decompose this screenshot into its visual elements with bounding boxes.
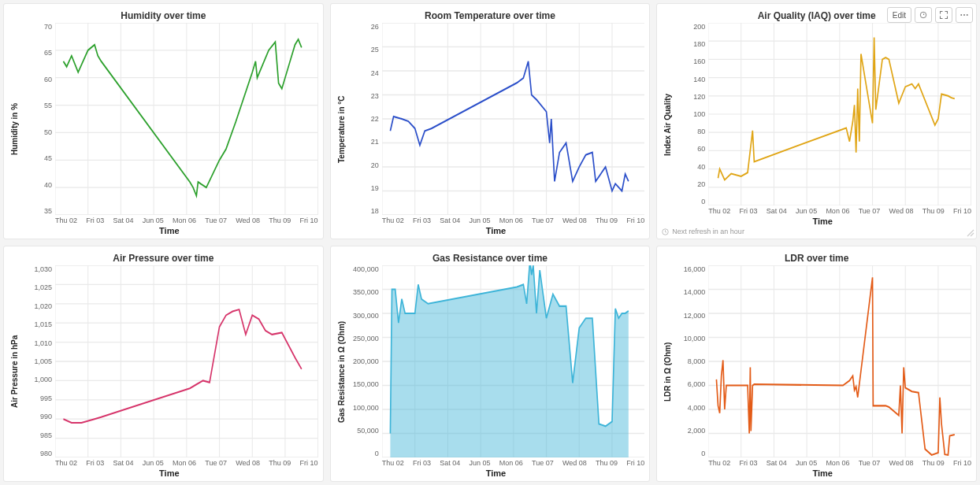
x-axis-label: Time [347, 468, 645, 478]
refresh-note: Next refresh in an hour [662, 228, 971, 235]
panel-title: Air Pressure over time [9, 253, 318, 264]
series-pressure [63, 309, 301, 423]
y-axis-label: Air Pressure in hPa [9, 265, 20, 478]
resize-handle[interactable] [967, 229, 974, 237]
plot-area[interactable] [55, 23, 318, 215]
x-axis-label: Time [20, 226, 318, 235]
y-ticks: 02,0004,0006,0008,00010,00012,00014,0001… [674, 265, 708, 457]
panel-title: Humidity over time [9, 10, 318, 21]
x-axis-label: Time [347, 226, 645, 235]
chart-body: Temperature in °C181920212223242526Thu 0… [336, 23, 645, 235]
chart-body: LDR in Ω (Ohm)02,0004,0006,0008,00010,00… [662, 265, 971, 478]
chart-body: Gas Resistance in Ω (Ohm)050,000100,0001… [336, 265, 645, 478]
panel-gas: Gas Resistance over timeGas Resistance i… [330, 246, 651, 482]
x-axis-label: Time [20, 468, 318, 478]
panel-title: Room Temperature over time [336, 10, 645, 21]
panel-pressure: Air Pressure over timeAir Pressure in hP… [3, 246, 324, 482]
x-ticks: Thu 02Fri 03Sat 04Jun 05Mon 06Tue 07Wed … [20, 457, 318, 467]
chart-body: Humidity in %3540455055606570Thu 02Fri 0… [9, 23, 318, 235]
plot-area[interactable] [382, 23, 645, 215]
y-axis-label: Index Air Quality [662, 23, 674, 226]
x-ticks: Thu 02Fri 03Sat 04Jun 05Mon 06Tue 07Wed … [347, 457, 645, 467]
y-axis-label: LDR in Ω (Ohm) [662, 265, 674, 478]
plot-area[interactable] [55, 265, 318, 457]
series-temp [390, 61, 628, 191]
clock-icon [662, 228, 669, 235]
chart-body: Air Pressure in hPa9809859909951,0001,00… [9, 265, 318, 478]
y-ticks: 181920212223242526 [347, 23, 382, 215]
more-icon[interactable] [956, 7, 973, 23]
series-ldr [717, 277, 955, 455]
y-axis-label: Gas Resistance in Ω (Ohm) [336, 265, 347, 478]
panel-humidity: Humidity over timeHumidity in %354045505… [3, 3, 324, 239]
panel-ldr: LDR over timeLDR in Ω (Ohm)02,0004,0006,… [656, 246, 977, 482]
svg-point-36 [960, 14, 962, 16]
plot-area[interactable] [382, 265, 645, 457]
y-axis-label: Humidity in % [9, 23, 20, 235]
edit-button[interactable]: Edit [887, 7, 911, 23]
x-ticks: Thu 02Fri 03Sat 04Jun 05Mon 06Tue 07Wed … [674, 457, 971, 467]
explore-icon[interactable] [915, 7, 932, 23]
panel-iaq: EditAir Quality (IAQ) over timeIndex Air… [656, 3, 977, 239]
x-ticks: Thu 02Fri 03Sat 04Jun 05Mon 06Tue 07Wed … [20, 215, 318, 224]
dashboard-grid: Humidity over timeHumidity in %354045505… [3, 3, 977, 482]
series-iaq [718, 38, 955, 180]
chart-body: Index Air Quality02040608010012014016018… [662, 23, 971, 226]
x-ticks: Thu 02Fri 03Sat 04Jun 05Mon 06Tue 07Wed … [347, 215, 645, 224]
y-ticks: 050,000100,000150,000200,000250,000300,0… [347, 265, 382, 457]
x-axis-label: Time [674, 217, 971, 226]
panel-toolbar: Edit [887, 7, 973, 23]
panel-title: LDR over time [662, 253, 971, 264]
plot-area[interactable] [708, 23, 971, 205]
x-ticks: Thu 02Fri 03Sat 04Jun 05Mon 06Tue 07Wed … [674, 205, 971, 215]
series-humidity [63, 39, 301, 196]
refresh-note-label: Next refresh in an hour [672, 228, 744, 235]
panel-title: Gas Resistance over time [336, 253, 645, 264]
y-ticks: 3540455055606570 [20, 23, 55, 215]
y-ticks: 9809859909951,0001,0051,0101,0151,0201,0… [20, 265, 55, 457]
svg-point-37 [963, 14, 965, 16]
plot-area[interactable] [708, 265, 971, 457]
y-ticks: 020406080100120140160180200 [674, 23, 708, 205]
svg-point-38 [967, 14, 968, 16]
y-axis-label: Temperature in °C [336, 23, 347, 235]
x-axis-label: Time [674, 468, 971, 478]
fullscreen-icon[interactable] [935, 7, 952, 23]
panel-room_temp: Room Temperature over timeTemperature in… [330, 3, 651, 239]
